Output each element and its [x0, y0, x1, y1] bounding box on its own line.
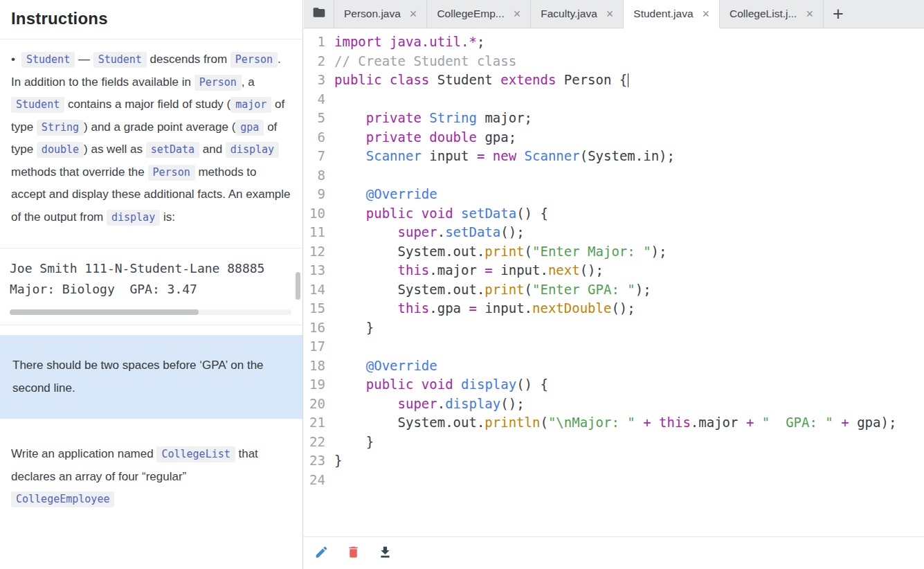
code-line-19: 19 public void display() { [304, 375, 924, 395]
download-button[interactable] [377, 545, 393, 561]
code-text: System.out.print("Enter GPA: "); [334, 282, 651, 297]
line-number: 17 [304, 337, 325, 356]
pencil-icon [314, 545, 329, 562]
code-text: @Override [334, 358, 437, 373]
instructions-panel: Instructions •Student — Student descends… [0, 0, 303, 569]
inline-code: display [226, 142, 279, 158]
tab-person-java[interactable]: Person.java× [334, 0, 427, 28]
code-text: } [334, 434, 374, 449]
edit-button[interactable] [313, 545, 329, 561]
code-line-9: 9 @Override [304, 185, 924, 204]
close-icon[interactable]: × [514, 8, 521, 20]
horizontal-scrollbar-thumb[interactable] [10, 309, 199, 315]
instructions-paragraph-2: Write an application named CollegeList t… [0, 434, 302, 511]
inline-code: Student [93, 52, 147, 68]
download-icon [378, 545, 392, 562]
inline-code: major [230, 97, 271, 113]
bullet-marker: • [11, 53, 15, 66]
line-number: 6 [304, 128, 325, 147]
close-icon[interactable]: × [410, 8, 417, 20]
code-text: public void display() { [334, 377, 548, 392]
tab-label: Student.java [633, 8, 693, 20]
tab-student-java[interactable]: Student.java× [624, 0, 720, 28]
editor-toolbar [304, 536, 924, 569]
inline-code: gpa [235, 120, 264, 136]
delete-button[interactable] [345, 545, 361, 561]
code-line-24: 24 [304, 471, 924, 490]
code-line-22: 22 } [304, 433, 924, 452]
tab-label: Faculty.java [541, 8, 597, 20]
tabs-container: Person.java×CollegeEmp...×Faculty.java×S… [334, 0, 824, 28]
code-line-7: 7 Scanner input = new Scanner(System.in)… [304, 147, 924, 166]
line-number: 7 [304, 147, 325, 166]
code-line-8: 8 [304, 166, 924, 186]
inline-code: CollegeEmployee [11, 491, 114, 507]
inline-code: display [107, 210, 160, 226]
code-line-18: 18 @Override [304, 356, 924, 376]
line-number: 22 [304, 433, 325, 452]
code-line-1: 1import java.util.*; [304, 33, 924, 52]
code-line-23: 23} [304, 451, 924, 471]
line-number: 15 [304, 299, 325, 318]
line-number: 24 [304, 471, 325, 490]
line-number: 4 [304, 90, 325, 109]
inline-code: Person [194, 75, 242, 91]
line-number: 20 [304, 395, 325, 414]
code-text: super.display(); [334, 396, 525, 411]
code-line-5: 5 private String major; [304, 109, 924, 128]
inline-code: double [37, 142, 84, 158]
code-line-2: 2// Create Student class [304, 52, 924, 71]
line-number: 9 [304, 185, 325, 204]
line-number: 2 [304, 52, 325, 71]
code-line-15: 15 this.gpa = input.nextDouble(); [304, 299, 924, 318]
code-text: private String major; [334, 110, 532, 125]
code-line-11: 11 super.setData(); [304, 223, 924, 242]
code-text: public class Student extends Person { [334, 72, 628, 87]
code-text: super.setData(); [334, 224, 525, 240]
note-box: There should be two spaces before ‘GPA’ … [0, 335, 302, 419]
tab-collegeemp-[interactable]: CollegeEmp...× [427, 0, 531, 28]
output-example-text: Joe Smith 111-N-Student-Lane 88885 Major… [10, 258, 302, 300]
line-number: 5 [304, 109, 325, 128]
line-number: 3 [304, 71, 325, 90]
line-number: 11 [304, 223, 325, 242]
trash-icon [346, 545, 361, 562]
code-text: // Create Student class [334, 53, 516, 69]
code-text: System.out.println("\nMajor: " + this.ma… [334, 415, 896, 430]
code-text: @Override [334, 186, 437, 201]
horizontal-scrollbar[interactable] [10, 309, 291, 315]
code-line-3: 3public class Student extends Person { [304, 71, 924, 90]
tab-faculty-java[interactable]: Faculty.java× [531, 0, 624, 28]
inline-code: Student [21, 52, 75, 68]
vertical-scrollbar-thumb[interactable] [296, 272, 300, 300]
inline-code: Person [148, 165, 195, 181]
code-line-10: 10 public void setData() { [304, 204, 924, 224]
close-icon[interactable]: × [806, 8, 813, 20]
close-icon[interactable]: × [606, 8, 614, 20]
instructions-header: Instructions [0, 0, 302, 39]
new-tab-button[interactable]: + [824, 0, 853, 28]
code-editor[interactable]: 1import java.util.*;2// Create Student c… [304, 28, 924, 536]
close-icon[interactable]: × [703, 8, 710, 20]
tab-collegelist-j-[interactable]: CollegeList.j...× [720, 0, 824, 28]
line-number: 21 [304, 413, 325, 433]
line-number: 23 [304, 451, 325, 471]
inline-code: Person [230, 52, 278, 68]
code-line-16: 16 } [304, 318, 924, 338]
folder-icon [312, 6, 326, 22]
code-text: } [334, 320, 374, 335]
code-line-17: 17 [304, 337, 924, 356]
line-number: 8 [304, 166, 325, 186]
code-text: System.out.print("Enter Major: "); [334, 244, 667, 259]
line-number: 1 [304, 33, 325, 52]
tab-label: Person.java [344, 8, 401, 20]
code-line-4: 4 [304, 90, 924, 109]
code-line-20: 20 super.display(); [304, 395, 924, 414]
file-tree-button[interactable] [304, 0, 334, 28]
instructions-content: •Student — Student descends from Person.… [0, 39, 302, 511]
code-text: private double gpa; [334, 129, 516, 145]
inline-code: String [37, 120, 84, 136]
line-number: 10 [304, 204, 325, 224]
code-line-14: 14 System.out.print("Enter GPA: "); [304, 280, 924, 300]
code-text: } [334, 453, 342, 468]
